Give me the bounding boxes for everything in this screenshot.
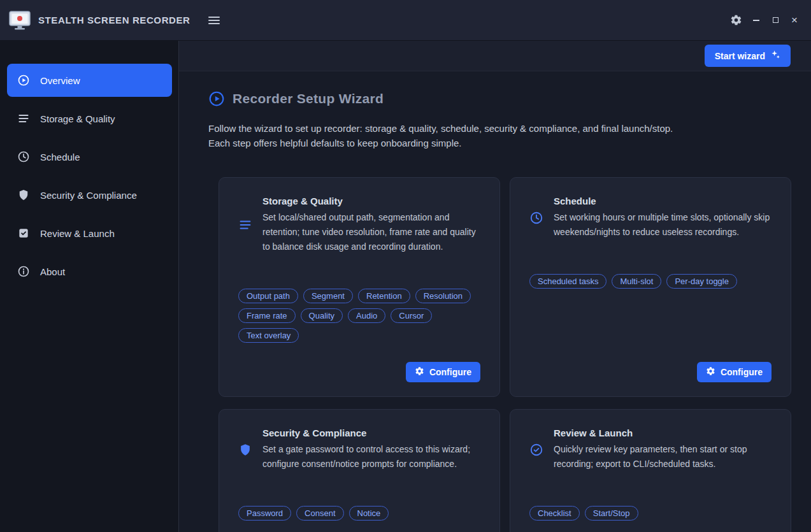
minimize-button[interactable] <box>749 13 764 28</box>
tag-pill: Resolution <box>415 289 471 303</box>
card-storage-quality: Storage & Quality Set local/shared outpu… <box>219 177 500 397</box>
start-wizard-label: Start wizard <box>715 51 765 61</box>
card-security-compliance: Security & Compliance Set a gate passwor… <box>219 409 500 532</box>
card-text: Security & Compliance Set a gate passwor… <box>262 428 480 471</box>
main-toolbar: Start wizard <box>179 41 811 71</box>
settings-gear-icon[interactable] <box>727 11 745 29</box>
page-description-line1: Follow the wizard to set up recorder: st… <box>208 123 673 134</box>
tag-pill: Frame rate <box>238 308 296 323</box>
shield-icon <box>238 443 252 457</box>
tag-pill: Audio <box>348 308 385 323</box>
card-tags: Scheduled tasksMulti-slotPer-day toggle <box>529 274 772 289</box>
tag-pill: Retention <box>358 289 410 303</box>
card-text: Storage & Quality Set local/shared outpu… <box>262 196 480 254</box>
check-circle-icon <box>529 443 543 457</box>
card-tags: PasswordConsentNotice <box>238 506 480 521</box>
tag-pill: Scheduled tasks <box>529 274 606 289</box>
tag-pill: Cursor <box>391 308 432 323</box>
tag-pill: Output path <box>238 289 298 303</box>
card-description: Set a gate password to control access to… <box>262 442 480 471</box>
sidebar-item-storage-quality[interactable]: Storage & Quality <box>7 102 172 135</box>
close-button[interactable]: × <box>787 13 802 28</box>
list-icon <box>17 112 30 125</box>
tag-pill: Text overlay <box>238 328 299 343</box>
card-footer: Configure <box>238 354 480 382</box>
tag-pill: Quality <box>301 308 343 323</box>
sidebar-item-review-launch[interactable]: Review & Launch <box>7 217 172 250</box>
card-text: Review & Launch Quickly review key param… <box>554 428 772 471</box>
tag-pill: Password <box>238 506 291 521</box>
card-title: Review & Launch <box>554 428 772 438</box>
tag-pill: Multi-slot <box>612 274 661 289</box>
maximize-button[interactable] <box>768 13 783 28</box>
play-circle-icon <box>17 74 30 87</box>
configure-label: Configure <box>721 367 763 377</box>
card-head: Schedule Set working hours or multiple t… <box>529 196 772 240</box>
sidebar-item-schedule[interactable]: Schedule <box>7 140 172 173</box>
sidebar-item-security-compliance[interactable]: Security & Compliance <box>7 178 172 212</box>
tag-pill: Consent <box>296 506 343 521</box>
tag-pill: Checklist <box>529 506 580 521</box>
sidebar-item-overview[interactable]: Overview <box>7 64 172 97</box>
sidebar-item-label: Storage & Quality <box>40 113 115 124</box>
check-square-icon <box>17 227 30 240</box>
clock-icon <box>17 150 30 163</box>
tag-pill: Notice <box>349 506 389 521</box>
card-title: Storage & Quality <box>262 196 480 206</box>
page-description-line2: Each step offers helpful defaults to kee… <box>208 138 461 148</box>
sidebar-item-about[interactable]: About <box>7 255 172 288</box>
sidebar-item-label: Overview <box>40 75 80 86</box>
tag-pill: Segment <box>303 289 353 303</box>
card-description: Set working hours or multiple time slots… <box>554 210 772 240</box>
card-text: Schedule Set working hours or multiple t… <box>554 196 772 240</box>
info-icon <box>17 265 30 278</box>
sidebar-item-label: Review & Launch <box>40 228 115 239</box>
card-description: Set local/shared output path, segmentati… <box>262 210 480 254</box>
shield-icon <box>17 189 30 201</box>
page-title: Recorder Setup Wizard <box>233 91 384 106</box>
wizard-cards-grid: Storage & Quality Set local/shared outpu… <box>219 177 791 532</box>
clock-icon <box>529 211 543 225</box>
card-review-launch: Review & Launch Quickly review key param… <box>510 409 791 532</box>
app-window: STEALTH SCREEN RECORDER × Overview <box>0 0 811 532</box>
card-tags: Output pathSegmentRetentionResolutionFra… <box>238 289 480 343</box>
titlebar-left: STEALTH SCREEN RECORDER <box>9 11 222 30</box>
sidebar-item-label: Security & Compliance <box>40 190 137 201</box>
tag-pill: Start/Stop <box>585 506 638 521</box>
sidebar: Overview Storage & Quality Schedule Secu… <box>0 41 179 532</box>
titlebar: STEALTH SCREEN RECORDER × <box>0 0 811 41</box>
card-head: Security & Compliance Set a gate passwor… <box>238 428 480 471</box>
configure-button-schedule[interactable]: Configure <box>697 362 772 382</box>
card-footer: Configure <box>529 354 772 382</box>
configure-button-storage[interactable]: Configure <box>406 362 480 382</box>
app-title: STEALTH SCREEN RECORDER <box>38 15 190 25</box>
card-head: Review & Launch Quickly review key param… <box>529 428 772 471</box>
card-title: Schedule <box>554 196 772 206</box>
tag-pill: Per-day toggle <box>666 274 737 289</box>
sparkles-icon <box>770 50 780 62</box>
main-content: Start wizard Recorder Setup Wizard Follo… <box>179 41 811 532</box>
page-header: Recorder Setup Wizard <box>208 90 791 107</box>
card-tags: ChecklistStart/Stop <box>529 506 772 521</box>
titlebar-right: × <box>727 11 802 29</box>
card-title: Security & Compliance <box>262 428 480 438</box>
play-circle-icon <box>208 90 225 107</box>
page-description: Follow the wizard to set up recorder: st… <box>208 121 791 150</box>
list-icon <box>238 218 252 232</box>
sidebar-item-label: Schedule <box>40 152 80 162</box>
card-schedule: Schedule Set working hours or multiple t… <box>510 177 791 397</box>
menu-icon[interactable] <box>206 14 222 27</box>
card-description: Quickly review key parameters, then star… <box>554 442 772 471</box>
configure-label: Configure <box>429 367 471 377</box>
app-logo-icon <box>9 11 31 30</box>
card-head: Storage & Quality Set local/shared outpu… <box>238 196 480 254</box>
gear-icon <box>706 366 715 378</box>
sidebar-item-label: About <box>40 266 65 277</box>
gear-icon <box>415 366 424 378</box>
start-wizard-button[interactable]: Start wizard <box>705 45 791 67</box>
